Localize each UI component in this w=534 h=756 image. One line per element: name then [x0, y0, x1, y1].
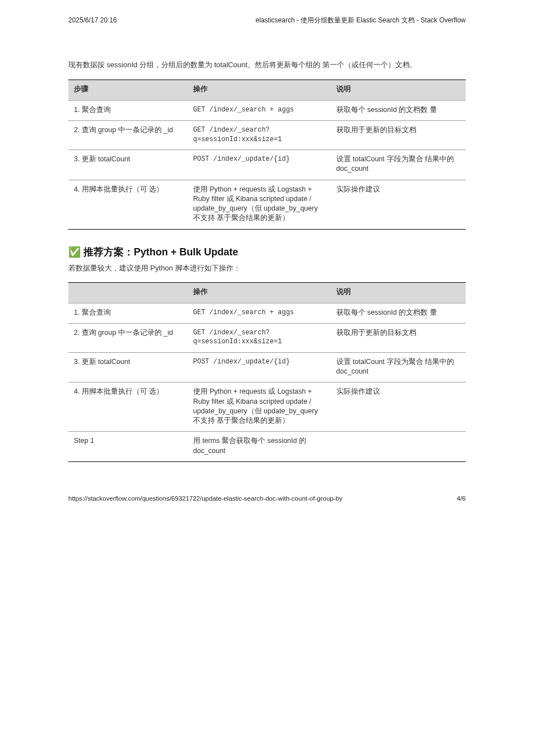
col-step: 步骤 — [68, 80, 188, 100]
table-row: 1. 聚合查询 GET /index/_search + aggs 获取每个 s… — [68, 303, 466, 323]
table-row: 3. 更新 totalCount POST /index/_update/{id… — [68, 150, 466, 180]
section-title: ✅ 推荐方案：Python + Bulk Update — [68, 245, 466, 259]
col-operation: 操作 — [188, 283, 331, 303]
col-desc: 说明 — [331, 80, 466, 100]
table-row: 4. ⽤脚本批量执⾏（可 选） 使⽤ Python + requests 或 L… — [68, 180, 466, 229]
page-header: 2025/6/17 20:16 elasticsearch - 使用分组数量更新… — [68, 16, 466, 25]
col-desc: 说明 — [331, 283, 466, 303]
table-header-row: 步骤 操作 说明 — [68, 80, 466, 100]
header-topic: elasticsearch - 使用分组数量更新 Elastic Search … — [256, 16, 466, 25]
steps-table-1: 步骤 操作 说明 1. 聚合查询 GET /index/_search + ag… — [68, 80, 466, 229]
table-row: 3. 更新 totalCount POST /index/_update/{id… — [68, 352, 466, 382]
table-row: 4. ⽤脚本批量执⾏（可 选） 使⽤ Python + requests 或 L… — [68, 382, 466, 432]
table-row: 2. 查询 group 中一条记录的 _id GET /index/_searc… — [68, 323, 466, 352]
page-number: 4/6 — [457, 494, 466, 503]
col-step — [68, 283, 188, 303]
col-operation: 操作 — [188, 80, 331, 100]
intro-text: 现有数据按 sessionId 分组，分组后的数量为 totalCount。然后… — [68, 60, 466, 70]
section-body: 若数据量较大，建议使用 Python 脚本进行如下操作： — [68, 263, 466, 273]
table-row: 2. 查询 group 中一条记录的 _id GET /index/_searc… — [68, 120, 466, 150]
table-header-row: 操作 说明 — [68, 283, 466, 303]
table-row: 1. 聚合查询 GET /index/_search + aggs 获取每个 s… — [68, 100, 466, 120]
header-date: 2025/6/17 20:16 — [68, 16, 117, 25]
steps-table-2: 操作 说明 1. 聚合查询 GET /index/_search + aggs … — [68, 282, 466, 462]
table-row: Step 1 ⽤ terms 聚合获取每个 sessionId 的 doc_co… — [68, 432, 466, 462]
footer-url: https://stackoverflow.com/questions/6932… — [68, 494, 343, 503]
page-footer: https://stackoverflow.com/questions/6932… — [68, 494, 466, 503]
